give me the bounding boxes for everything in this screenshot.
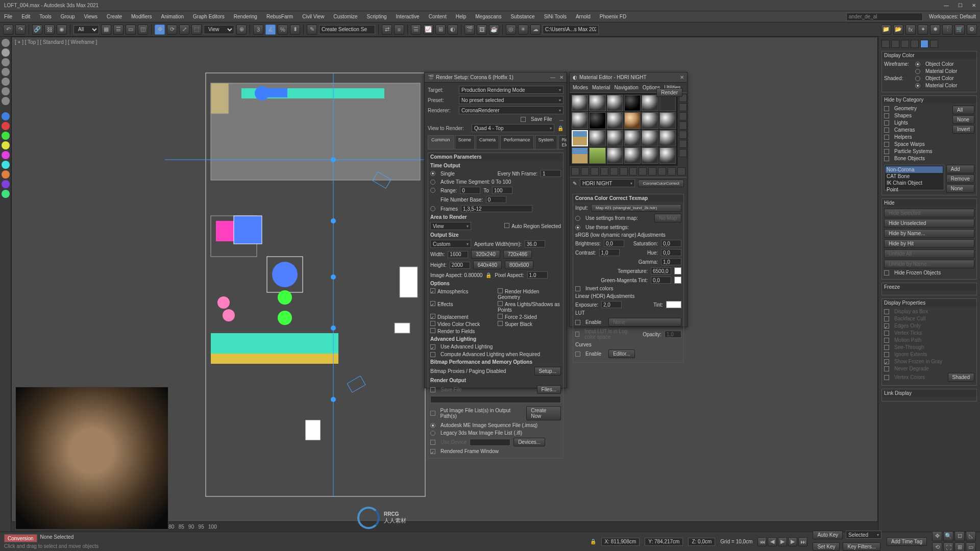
- view-dropdown[interactable]: Quad 4 - Top: [472, 124, 554, 132]
- preset-dropdown[interactable]: No preset selected: [459, 96, 564, 104]
- modify-panel-icon[interactable]: [891, 40, 899, 48]
- mat-slot-7[interactable]: [572, 112, 588, 129]
- li-purple-icon[interactable]: [2, 180, 10, 188]
- link-icon[interactable]: 🔗: [32, 24, 42, 35]
- helper-icon[interactable]: [2, 78, 10, 86]
- menu-sini[interactable]: SiNi Tools: [544, 14, 567, 19]
- prev-frame-icon[interactable]: ◀: [768, 537, 777, 546]
- cart-icon[interactable]: 🛒: [954, 24, 965, 35]
- snap-icon[interactable]: 3: [253, 24, 263, 35]
- none2-button[interactable]: None: [946, 184, 974, 193]
- mat-slot-10[interactable]: [624, 112, 641, 129]
- mat-id-icon[interactable]: [639, 167, 647, 176]
- show-result-icon[interactable]: [658, 167, 666, 176]
- range-radio[interactable]: [430, 188, 435, 193]
- mat-slot-20[interactable]: [589, 147, 605, 164]
- background-icon[interactable]: [679, 112, 687, 120]
- mat-slot-5[interactable]: [642, 95, 658, 111]
- fx-icon[interactable]: fx: [905, 24, 916, 35]
- invert-button[interactable]: Invert: [952, 125, 974, 134]
- make-unique-icon[interactable]: [620, 167, 628, 176]
- tint-swatch[interactable]: [666, 301, 681, 308]
- tab-scene[interactable]: Scene: [455, 135, 475, 149]
- viewport-label[interactable]: [ + ] [ Top ] [ Standard ] [ Wireframe ]: [15, 39, 97, 45]
- zoom-extents-icon[interactable]: ⊡: [954, 531, 965, 541]
- remove-button[interactable]: Remove: [946, 174, 974, 183]
- tab-common[interactable]: Common: [428, 135, 454, 149]
- project-path[interactable]: [543, 25, 599, 34]
- get-material-icon[interactable]: [571, 167, 579, 176]
- y-coord[interactable]: Y: 784,217cm: [645, 538, 683, 546]
- put-library-icon[interactable]: [629, 167, 638, 176]
- selection-filter[interactable]: All: [74, 25, 99, 34]
- more-icon[interactable]: ...: [559, 116, 564, 122]
- gear-icon[interactable]: ⚙: [967, 24, 977, 35]
- render-setup-icon[interactable]: 🎬: [464, 24, 475, 35]
- x-coord[interactable]: X: 811,908cm: [601, 538, 640, 546]
- temp-swatch[interactable]: [674, 267, 681, 274]
- go-forward-icon[interactable]: [677, 167, 685, 176]
- frames-input[interactable]: 1,3,5-12: [461, 205, 532, 212]
- mat-slot-8[interactable]: [589, 112, 605, 129]
- menu-views[interactable]: Views: [84, 14, 98, 19]
- shaded-button[interactable]: Shaded: [948, 373, 974, 382]
- warp-icon[interactable]: [2, 87, 10, 95]
- named-selection-set[interactable]: [319, 25, 375, 34]
- preset-320[interactable]: 320x240: [471, 250, 500, 259]
- reset-icon[interactable]: [600, 167, 608, 176]
- put-scene-icon[interactable]: [581, 167, 589, 176]
- goto-end-icon[interactable]: ⏭: [798, 537, 807, 546]
- renderer-dropdown[interactable]: CoronaRenderer: [459, 106, 564, 114]
- create-now-button[interactable]: Create Now: [526, 406, 561, 420]
- scatter-icon[interactable]: ⋮: [942, 24, 952, 35]
- create-panel-icon[interactable]: [881, 40, 890, 48]
- schematic-icon[interactable]: ⊞: [435, 24, 446, 35]
- mat-slot-16[interactable]: [624, 130, 641, 146]
- display-panel-icon[interactable]: [920, 40, 928, 48]
- named-set-edit-icon[interactable]: ✎: [307, 24, 317, 35]
- menu-phoenix[interactable]: Phoenix FD: [600, 14, 626, 19]
- mat-slot-13[interactable]: [572, 130, 588, 146]
- tab-system[interactable]: System: [535, 135, 557, 149]
- camera2-icon[interactable]: [2, 68, 10, 76]
- single-radio[interactable]: [430, 171, 435, 176]
- maximize-icon[interactable]: ☐: [958, 3, 963, 8]
- system-icon[interactable]: [2, 97, 10, 105]
- menu-rendering[interactable]: Rendering: [234, 14, 257, 19]
- preset-800[interactable]: 800x600: [505, 261, 533, 269]
- menu-edit[interactable]: Edit: [21, 14, 30, 19]
- add-button[interactable]: Add: [946, 165, 974, 173]
- category-list[interactable]: Non-Corona CAT Bone IK Chain Object Poin…: [884, 165, 944, 190]
- target-dropdown[interactable]: Production Rendering Mode: [459, 86, 564, 94]
- unlink-icon[interactable]: ⛓: [44, 24, 55, 35]
- motion-panel-icon[interactable]: [911, 40, 919, 48]
- mat-slot-22[interactable]: [624, 147, 641, 164]
- area-dropdown[interactable]: View: [430, 222, 471, 230]
- add-time-tag[interactable]: Add Time Tag: [887, 537, 927, 546]
- angle-snap-icon[interactable]: ∡: [265, 24, 276, 35]
- mat-type-button[interactable]: CoronaColorCorrect: [638, 180, 684, 187]
- mat-tab-material[interactable]: Material: [592, 85, 610, 90]
- render-close-icon[interactable]: ✕: [559, 74, 564, 80]
- spinner-snap-icon[interactable]: ⬍: [290, 24, 300, 35]
- sphere-icon[interactable]: [2, 39, 10, 47]
- tab-camera[interactable]: Camera: [476, 135, 499, 149]
- li-red-icon[interactable]: [2, 122, 10, 130]
- none-button[interactable]: None: [952, 115, 974, 124]
- folder-icon[interactable]: 📁: [881, 24, 891, 35]
- zoom-icon[interactable]: 🔍: [943, 531, 953, 541]
- display-color-header[interactable]: Display Color: [882, 52, 976, 59]
- menu-file[interactable]: File: [4, 14, 12, 19]
- hierarchy-panel-icon[interactable]: [901, 40, 909, 48]
- li-cyan-icon[interactable]: [2, 161, 10, 169]
- mat-slot-2[interactable]: [589, 95, 605, 111]
- folder2-icon[interactable]: 📂: [893, 24, 903, 35]
- auto-key-button[interactable]: Auto Key: [813, 531, 843, 539]
- lock-aspect-icon[interactable]: 🔒: [485, 272, 492, 278]
- link-display-header[interactable]: Link Display: [882, 389, 976, 397]
- go-parent-icon[interactable]: [668, 167, 676, 176]
- goto-start-icon[interactable]: ⏮: [757, 537, 767, 546]
- select-icon[interactable]: ▦: [101, 24, 111, 35]
- render-minimize-icon[interactable]: —: [550, 74, 555, 80]
- mat-tab-navigation[interactable]: Navigation: [615, 85, 639, 90]
